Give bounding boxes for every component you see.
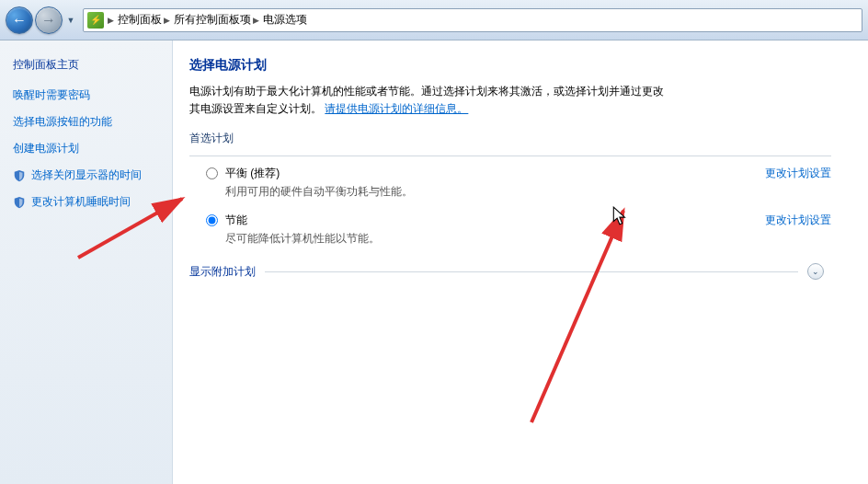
sidebar-link-sleep-time[interactable]: 更改计算机睡眠时间 — [13, 194, 159, 210]
breadcrumb-label: 控制面板 — [118, 12, 162, 28]
plan-row-saver: 节能 尽可能降低计算机性能以节能。 更改计划设置 — [189, 213, 831, 247]
section-preferred-plans: 首选计划 — [189, 131, 831, 146]
plan-sub-saver: 尽可能降低计算机性能以节能。 — [225, 231, 747, 247]
power-options-icon — [87, 12, 104, 29]
plan-name-balanced: 平衡 (推荐) — [225, 166, 747, 181]
shield-icon — [13, 169, 26, 182]
breadcrumb-label: 电源选项 — [263, 12, 307, 28]
plan-name-saver: 节能 — [225, 213, 747, 228]
main-content: 选择电源计划 电源计划有助于最大化计算机的性能或者节能。通过选择计划来将其激活，… — [173, 40, 868, 484]
sidebar-link-wake-password[interactable]: 唤醒时需要密码 — [13, 87, 159, 103]
change-settings-link-saver[interactable]: 更改计划设置 — [747, 213, 831, 228]
breadcrumb-seg-power-options[interactable]: 电源选项 — [263, 12, 307, 28]
sidebar-link-power-button[interactable]: 选择电源按钮的功能 — [13, 114, 159, 130]
plan-radio-balanced[interactable] — [206, 167, 218, 179]
sidebar-item-label: 选择关闭显示器的时间 — [31, 167, 142, 183]
separator — [265, 271, 798, 272]
sidebar-title: 控制面板主页 — [13, 57, 159, 73]
breadcrumb-seg-all-items[interactable]: 所有控制面板项 ▶ — [174, 12, 259, 28]
sidebar-link-create-plan[interactable]: 创建电源计划 — [13, 141, 159, 156]
chevron-down-icon: ⌄ — [812, 267, 819, 276]
nav-buttons: ← → ▼ — [6, 6, 77, 34]
arrow-left-icon: ← — [12, 13, 27, 28]
plan-radio-saver[interactable] — [206, 214, 218, 226]
breadcrumb-seg-control-panel[interactable]: 控制面板 ▶ — [118, 12, 170, 28]
sidebar-link-display-off[interactable]: 选择关闭显示器的时间 — [13, 167, 159, 183]
chevron-right-icon: ▶ — [108, 16, 114, 25]
forward-button[interactable]: → — [35, 6, 63, 34]
breadcrumb-label: 所有控制面板项 — [174, 12, 251, 28]
separator — [189, 156, 831, 156]
page-description: 电源计划有助于最大化计算机的性能或者节能。通过选择计划来将其激活，或选择计划并通… — [189, 83, 668, 118]
shield-icon — [13, 196, 26, 209]
additional-plans-label: 显示附加计划 — [189, 264, 256, 280]
breadcrumb[interactable]: ▶ 控制面板 ▶ 所有控制面板项 ▶ 电源选项 — [83, 8, 862, 32]
additional-plans-row: 显示附加计划 ⌄ — [189, 263, 831, 280]
change-settings-link-balanced[interactable]: 更改计划设置 — [747, 166, 831, 181]
sidebar: 控制面板主页 唤醒时需要密码 选择电源按钮的功能 创建电源计划 选择关闭显示器的… — [0, 40, 173, 484]
back-button[interactable]: ← — [6, 6, 33, 34]
sidebar-item-label: 更改计算机睡眠时间 — [31, 194, 131, 210]
plan-sub-balanced: 利用可用的硬件自动平衡功耗与性能。 — [225, 184, 747, 200]
expand-button[interactable]: ⌄ — [807, 263, 824, 280]
address-bar-area: ← → ▼ ▶ 控制面板 ▶ 所有控制面板项 ▶ 电源选项 — [0, 0, 868, 40]
history-dropdown[interactable]: ▼ — [64, 6, 77, 34]
plan-row-balanced: 平衡 (推荐) 利用可用的硬件自动平衡功耗与性能。 更改计划设置 — [189, 166, 831, 200]
chevron-right-icon: ▶ — [164, 16, 170, 25]
chevron-right-icon: ▶ — [253, 16, 259, 25]
arrow-right-icon: → — [41, 13, 56, 28]
more-info-link[interactable]: 请提供电源计划的详细信息。 — [325, 102, 468, 115]
page-title: 选择电源计划 — [189, 57, 831, 74]
